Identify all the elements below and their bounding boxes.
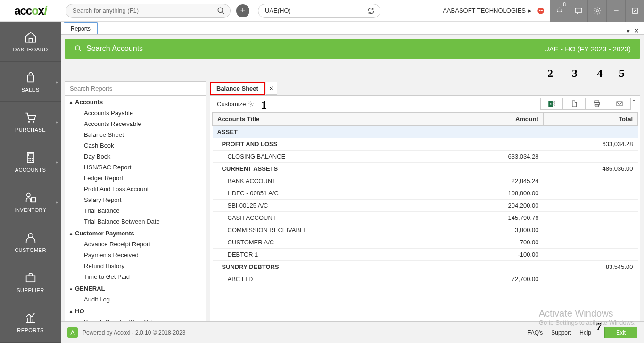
tree-item[interactable]: Payments Received: [65, 250, 206, 260]
inventory-icon: [24, 191, 37, 204]
notifications-button[interactable]: 8: [550, 0, 569, 22]
table-row[interactable]: CLOSING BALANCE633,034.28: [213, 151, 638, 163]
nav-dashboard[interactable]: DASHBOARD: [0, 22, 61, 62]
table-row[interactable]: CUSTOMER A/C700.00: [213, 236, 638, 249]
tree-item[interactable]: Audit Log: [65, 294, 206, 305]
table-row[interactable]: SBI-00125 A/C204,200.00: [213, 200, 638, 212]
nav-accounts[interactable]: ACCOUNTS ▸: [0, 142, 61, 182]
tree-item[interactable]: HSN/SAC Report: [65, 162, 206, 173]
tree-item[interactable]: Cash Book: [65, 140, 206, 151]
nav-inventory[interactable]: INVENTORY ▸: [0, 182, 61, 222]
reports-tree[interactable]: ▴Accounts Accounts Payable Accounts Rece…: [65, 95, 206, 321]
col-title[interactable]: Accounts Title: [213, 113, 449, 126]
tree-group-general[interactable]: ▴GENERAL: [65, 282, 206, 294]
tab-balance-sheet[interactable]: Balance Sheet: [210, 82, 265, 95]
col-amount[interactable]: Amount: [449, 113, 544, 126]
gear-icon: [248, 100, 254, 107]
cell-total: [544, 273, 638, 285]
table-row[interactable]: CASH ACCOUNT145,790.76: [213, 212, 638, 224]
tree-item[interactable]: Day Book: [65, 151, 206, 162]
footer-help[interactable]: Help: [579, 329, 591, 336]
home-icon: [24, 31, 37, 44]
dropdown-icon[interactable]: ▾: [633, 98, 635, 110]
refresh-icon[interactable]: [367, 7, 375, 15]
tree-group-label: GENERAL: [75, 285, 105, 292]
customize-button[interactable]: Customize: [213, 99, 258, 109]
settings-button[interactable]: [587, 0, 606, 22]
table-row[interactable]: SUNDRY DEBTORS83,545.00: [213, 261, 638, 273]
org-name: UAE(HO): [265, 7, 291, 14]
table-row[interactable]: COMMISSION RECEIVABLE3,800.00: [213, 224, 638, 236]
cell-title: CUSTOMER A/C: [213, 236, 449, 249]
chat-button[interactable]: [569, 0, 587, 22]
export-excel-button[interactable]: X: [540, 98, 563, 110]
cell-title: HDFC - 00851 A/C: [213, 187, 449, 200]
svg-point-10: [28, 121, 30, 123]
tree-group-customer-payments[interactable]: ▴Customer Payments: [65, 227, 206, 239]
cell-title: PROFIT AND LOSS: [213, 138, 449, 151]
tree-item[interactable]: Branch Counter Wise Sales: [65, 317, 206, 321]
tree-item[interactable]: Trial Balance: [65, 205, 206, 216]
table-row[interactable]: PROFIT AND LOSS633,034.28: [213, 138, 638, 151]
table-row[interactable]: HDFC - 00851 A/C108,800.00: [213, 187, 638, 200]
org-select[interactable]: UAE(HO): [258, 4, 380, 18]
cell-amount: 145,790.76: [449, 212, 544, 224]
svg-rect-34: [595, 104, 598, 107]
minimize-button[interactable]: [606, 0, 625, 22]
caret-icon: ▴: [70, 286, 72, 291]
svg-point-3: [539, 9, 540, 11]
tree-item[interactable]: Ledger Report: [65, 173, 206, 184]
footer-faqs[interactable]: FAQ's: [528, 329, 543, 336]
footer-support[interactable]: Support: [551, 329, 571, 336]
print-button[interactable]: [586, 98, 608, 110]
nav-customer[interactable]: CUSTOMER: [0, 222, 61, 262]
cell-title: CLOSING BALANCE: [213, 151, 449, 163]
tree-item[interactable]: Balance Sheet: [65, 129, 206, 140]
tab-close-button[interactable]: ✕: [266, 82, 277, 95]
search-reports-input[interactable]: Search Reports: [65, 81, 206, 95]
tree-item[interactable]: Advance Receipt Report: [65, 239, 206, 250]
tree-group-ho[interactable]: ▴HO: [65, 305, 206, 317]
cell-amount: -100.00: [449, 249, 544, 261]
table-row[interactable]: DEBTOR 1-100.00: [213, 249, 638, 261]
chevron-right-icon: ▸: [56, 119, 58, 125]
company-name[interactable]: AABASOFT TECHNOLOGIES: [443, 7, 526, 14]
svg-rect-9: [29, 38, 32, 42]
exit-button[interactable]: Exit: [604, 327, 637, 338]
mascot-icon: [536, 6, 546, 16]
quick-add-button[interactable]: +: [236, 4, 249, 17]
col-total[interactable]: Total: [544, 113, 638, 126]
pane-close-icon[interactable]: ✕: [634, 27, 639, 34]
nav-supplier[interactable]: SUPPLIER: [0, 262, 61, 302]
global-search-input[interactable]: [66, 4, 231, 18]
nav-sales[interactable]: SALES ▸: [0, 62, 61, 102]
nav-reports[interactable]: REPORTS: [0, 302, 61, 343]
cell-total: [544, 126, 638, 138]
email-button[interactable]: [608, 98, 631, 110]
svg-rect-32: [595, 101, 599, 102]
svg-point-14: [28, 158, 29, 159]
tree-group-accounts[interactable]: ▴Accounts: [65, 96, 206, 108]
tree-item[interactable]: Accounts Payable: [65, 108, 206, 118]
table-row[interactable]: ABC LTD72,700.00: [213, 273, 638, 285]
nav-purchase[interactable]: PURCHASE ▸: [0, 102, 61, 142]
close-window-button[interactable]: [625, 0, 644, 22]
table-row[interactable]: BANK ACCOUNT22,845.24: [213, 175, 638, 187]
export-pdf-button[interactable]: [563, 98, 586, 110]
cell-title: COMMISSION RECEIVABLE: [213, 224, 449, 236]
pane-minimize-icon[interactable]: ▾: [627, 27, 630, 34]
tree-item[interactable]: Profit And Loss Account: [65, 184, 206, 194]
bag-icon: [24, 71, 37, 84]
caret-icon: ▴: [70, 100, 72, 105]
search-icon[interactable]: [216, 6, 226, 16]
table-row[interactable]: CURRENT ASSETS486,036.00: [213, 163, 638, 175]
tree-item[interactable]: Time to Get Paid: [65, 271, 206, 282]
tree-item[interactable]: Salary Report: [65, 194, 206, 205]
tab-reports[interactable]: Reports: [64, 22, 98, 34]
page-header: Search Accounts UAE - HO (FY 2023 - 2023…: [65, 39, 640, 59]
table-row[interactable]: ASSET: [213, 126, 638, 138]
tree-item[interactable]: Refund History: [65, 260, 206, 271]
tree-item[interactable]: Trial Balance Between Date: [65, 216, 206, 227]
nav-label: REPORTS: [17, 327, 43, 333]
tree-item[interactable]: Accounts Receivable: [65, 118, 206, 129]
